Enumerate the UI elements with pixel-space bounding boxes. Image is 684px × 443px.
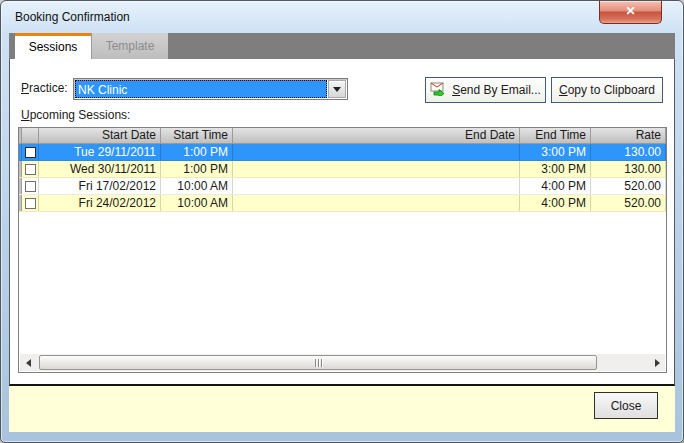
arrow-left-icon [26, 359, 31, 367]
window-title: Booking Confirmation [15, 10, 130, 24]
cell-rate: 520.00 [591, 178, 666, 194]
sessions-grid: Start Date Start Time End Date End Time … [18, 127, 667, 373]
close-button[interactable]: ✕ [599, 1, 662, 24]
table-row[interactable]: Fri 24/02/2012 10:00 AM 4:00 PM 520.00 [19, 195, 666, 212]
practice-combobox-value: NK Clinic [75, 80, 327, 98]
tab-strip: Sessions Template [9, 33, 675, 59]
row-checkbox[interactable] [25, 181, 36, 192]
dialog-client-area: Sessions Template Practice: NK Clinic [9, 33, 675, 432]
horizontal-scrollbar[interactable] [20, 354, 665, 371]
title-bar[interactable]: Booking Confirmation [1, 1, 683, 33]
scroll-right-arrow[interactable] [649, 354, 665, 371]
table-row[interactable]: Fri 17/02/2012 10:00 AM 4:00 PM 520.00 [19, 178, 666, 195]
row-checkbox[interactable] [25, 164, 36, 175]
copy-to-clipboard-button[interactable]: Copy to Clipboard [551, 77, 663, 103]
cell-rate: 520.00 [591, 195, 666, 211]
email-send-icon [430, 82, 447, 99]
cell-start-time: 10:00 AM [161, 195, 233, 211]
scroll-left-arrow[interactable] [20, 354, 36, 371]
cell-end-time: 4:00 PM [520, 178, 591, 194]
cell-start-time: 1:00 PM [161, 144, 233, 160]
close-dialog-label: Close [611, 399, 642, 413]
cell-end-date [233, 144, 520, 160]
column-header-rate[interactable]: Rate [591, 128, 666, 143]
tab-template-label: Template [106, 39, 155, 53]
cell-end-date [233, 178, 520, 194]
cell-start-date: Tue 29/11/2011 [39, 144, 161, 160]
row-checkbox[interactable] [25, 147, 36, 158]
column-header-start-time[interactable]: Start Time [161, 128, 233, 143]
column-header-end-time[interactable]: End Time [520, 128, 591, 143]
practice-combobox[interactable]: NK Clinic [73, 78, 348, 100]
cell-end-time: 3:00 PM [520, 144, 591, 160]
cell-start-date: Fri 24/02/2012 [39, 195, 161, 211]
cell-start-date: Fri 17/02/2012 [39, 178, 161, 194]
cell-rate: 130.00 [591, 161, 666, 177]
footer-bar: Close [9, 386, 675, 432]
column-header-start-date[interactable]: Start Date [39, 128, 161, 143]
grid-header-row: Start Date Start Time End Date End Time … [19, 128, 666, 144]
close-icon: ✕ [625, 4, 635, 18]
practice-label: Practice: [21, 81, 68, 95]
send-by-email-button[interactable]: Send By Email... [425, 77, 546, 103]
row-checkbox-cell [22, 161, 39, 177]
upcoming-sessions-label: Upcoming Sessions: [21, 108, 130, 122]
table-row[interactable]: Tue 29/11/2011 1:00 PM 3:00 PM 130.00 [19, 144, 666, 161]
send-by-email-label: Send By Email... [452, 83, 541, 97]
table-row[interactable]: Wed 30/11/2011 1:00 PM 3:00 PM 130.00 [19, 161, 666, 178]
cell-rate: 130.00 [591, 144, 666, 160]
arrow-right-icon [655, 359, 660, 367]
row-checkbox-cell [22, 144, 39, 160]
cell-end-time: 4:00 PM [520, 195, 591, 211]
row-checkbox-cell [22, 178, 39, 194]
tab-template[interactable]: Template [91, 33, 168, 59]
tab-sessions[interactable]: Sessions [15, 33, 91, 59]
cell-start-time: 1:00 PM [161, 161, 233, 177]
copy-to-clipboard-label: Copy to Clipboard [559, 83, 655, 97]
column-header-end-date[interactable]: End Date [233, 128, 520, 143]
chevron-down-icon [333, 87, 341, 92]
cell-start-date: Wed 30/11/2011 [39, 161, 161, 177]
practice-combobox-dropdown-button[interactable] [328, 80, 346, 98]
sessions-tab-page: Practice: NK Clinic Send By Email... [9, 59, 675, 386]
row-checkbox[interactable] [25, 198, 36, 209]
booking-confirmation-dialog: Booking Confirmation ✕ Sessions Template… [0, 0, 684, 443]
grid-header-checkbox-column[interactable] [22, 128, 39, 143]
cell-end-date [233, 161, 520, 177]
close-dialog-button[interactable]: Close [594, 392, 658, 419]
scrollbar-thumb[interactable] [39, 355, 597, 370]
cell-end-time: 3:00 PM [520, 161, 591, 177]
cell-start-time: 10:00 AM [161, 178, 233, 194]
tab-sessions-label: Sessions [29, 40, 78, 54]
row-checkbox-cell [22, 195, 39, 211]
cell-end-date [233, 195, 520, 211]
